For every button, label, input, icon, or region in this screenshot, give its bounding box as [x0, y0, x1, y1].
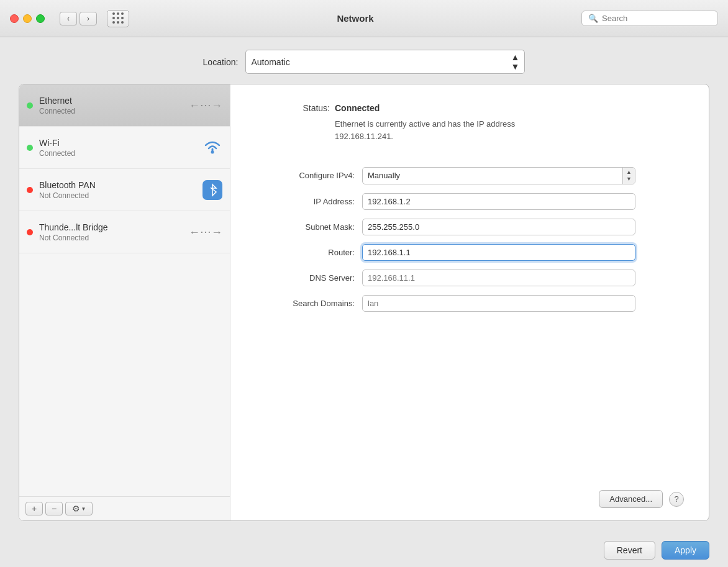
revert-button[interactable]: Revert [604, 541, 655, 560]
grid-icon [112, 12, 124, 24]
status-dot-bluetooth [27, 187, 33, 193]
main-content: Location: Automatic ▲ ▼ Ethernet Connect… [0, 37, 728, 533]
remove-network-button[interactable]: − [45, 502, 63, 515]
status-section: Status: Connected Ethernet is currently … [255, 103, 684, 142]
close-button[interactable] [10, 14, 19, 23]
subnet-mask-input[interactable] [362, 219, 635, 235]
sidebar-item-info-wifi: Wi-Fi Connected [39, 138, 202, 158]
sidebar-item-name-thunderbolt: Thunde...lt Bridge [39, 222, 189, 232]
advanced-button[interactable]: Advanced... [599, 490, 663, 508]
ip-address-label: IP Address: [255, 197, 355, 206]
help-button[interactable]: ? [669, 492, 684, 507]
router-label: Router: [255, 248, 355, 257]
sidebar-item-status-thunderbolt: Not Connected [39, 234, 189, 242]
titlebar: ‹ › Network 🔍 [0, 0, 728, 37]
location-label: Location: [203, 57, 239, 67]
gear-dropdown-icon: ▼ [81, 506, 86, 512]
sidebar-item-info-thunderbolt: Thunde...lt Bridge Not Connected [39, 222, 189, 242]
dns-server-label: DNS Server: [255, 273, 355, 283]
status-row: Status: Connected [255, 103, 684, 113]
dns-server-row: DNS Server: [255, 270, 684, 286]
apps-button[interactable] [107, 10, 129, 27]
sidebar-item-thunderbolt[interactable]: Thunde...lt Bridge Not Connected ←⋅⋅⋅→ [19, 211, 230, 253]
sidebar-item-wifi[interactable]: Wi-Fi Connected [19, 127, 230, 169]
dns-server-input[interactable] [362, 270, 635, 286]
configure-ipv4-stepper[interactable]: ▲ ▼ [622, 168, 635, 184]
body-panel: Ethernet Connected ←⋅⋅⋅→ Wi-Fi Connected [19, 84, 709, 521]
stepper-up-icon: ▲ [626, 169, 632, 176]
sidebar: Ethernet Connected ←⋅⋅⋅→ Wi-Fi Connected [19, 84, 230, 520]
thunderbolt-icon: ←⋅⋅⋅→ [189, 225, 222, 239]
traffic-lights [10, 14, 45, 23]
status-dot-ethernet [27, 102, 33, 109]
status-label: Status: [255, 103, 330, 113]
search-bar[interactable]: 🔍 [581, 11, 718, 26]
router-row: Router: [255, 244, 684, 261]
configure-ipv4-select[interactable]: Manually ▲ ▼ [362, 167, 635, 184]
search-domains-row: Search Domains: [255, 295, 684, 312]
ip-address-input[interactable] [362, 193, 635, 210]
location-select[interactable]: Automatic ▲ ▼ [245, 50, 525, 74]
search-icon: 🔍 [588, 14, 598, 23]
sidebar-item-ethernet[interactable]: Ethernet Connected ←⋅⋅⋅→ [19, 84, 230, 127]
sidebar-list: Ethernet Connected ←⋅⋅⋅→ Wi-Fi Connected [19, 84, 230, 496]
nav-buttons: ‹ › [60, 12, 97, 25]
configure-ipv4-label: Configure IPv4: [255, 171, 355, 180]
search-domains-label: Search Domains: [255, 299, 355, 308]
stepper-up-icon: ▲ [511, 53, 520, 61]
subnet-mask-label: Subnet Mask: [255, 222, 355, 232]
configure-ipv4-row: Configure IPv4: Manually ▲ ▼ [255, 167, 684, 184]
window-title: Network [137, 13, 574, 24]
form-fields: Configure IPv4: Manually ▲ ▼ IP Address: [255, 167, 684, 312]
search-domains-input[interactable] [362, 295, 635, 312]
maximize-button[interactable] [36, 14, 45, 23]
sidebar-item-bluetooth[interactable]: Bluetooth PAN Not Connected [19, 169, 230, 211]
add-network-button[interactable]: + [25, 502, 43, 515]
sidebar-item-status-wifi: Connected [39, 149, 202, 158]
ethernet-icon: ←⋅⋅⋅→ [189, 99, 222, 112]
search-input[interactable] [602, 14, 711, 23]
status-description: Ethernet is currently active and has the… [335, 118, 571, 142]
stepper-down-icon: ▼ [511, 62, 520, 71]
minimize-button[interactable] [23, 14, 32, 23]
sidebar-item-name-bluetooth: Bluetooth PAN [39, 180, 202, 190]
svg-point-0 [211, 150, 214, 153]
back-button[interactable]: ‹ [60, 12, 77, 25]
status-dot-thunderbolt [27, 229, 33, 235]
sidebar-item-status-ethernet: Connected [39, 107, 189, 116]
status-dot-wifi [27, 145, 33, 151]
wifi-icon [202, 138, 222, 158]
apply-button[interactable]: Apply [662, 541, 709, 560]
sidebar-footer: + − ⚙ ▼ [19, 496, 230, 520]
forward-button[interactable]: › [80, 12, 97, 25]
sidebar-item-name-ethernet: Ethernet [39, 96, 189, 106]
panel-bottom-row: Advanced... ? [255, 483, 684, 508]
location-stepper-icon: ▲ ▼ [511, 53, 520, 71]
stepper-down-icon: ▼ [626, 176, 632, 183]
location-value: Automatic [251, 57, 289, 67]
sidebar-item-status-bluetooth: Not Connected [39, 191, 202, 200]
gear-icon: ⚙ [72, 504, 80, 514]
sidebar-item-info-bluetooth: Bluetooth PAN Not Connected [39, 180, 202, 200]
status-value: Connected [335, 103, 380, 113]
gear-menu-button[interactable]: ⚙ ▼ [65, 502, 93, 515]
right-panel: Status: Connected Ethernet is currently … [230, 84, 709, 520]
ip-address-row: IP Address: [255, 193, 684, 210]
location-row: Location: Automatic ▲ ▼ [19, 50, 709, 74]
router-input[interactable] [362, 244, 635, 261]
footer-area: Revert Apply [0, 533, 728, 567]
sidebar-item-name-wifi: Wi-Fi [39, 138, 202, 148]
subnet-mask-row: Subnet Mask: [255, 219, 684, 235]
bluetooth-icon [202, 180, 222, 200]
sidebar-item-info-ethernet: Ethernet Connected [39, 96, 189, 116]
configure-ipv4-value: Manually [363, 168, 622, 183]
